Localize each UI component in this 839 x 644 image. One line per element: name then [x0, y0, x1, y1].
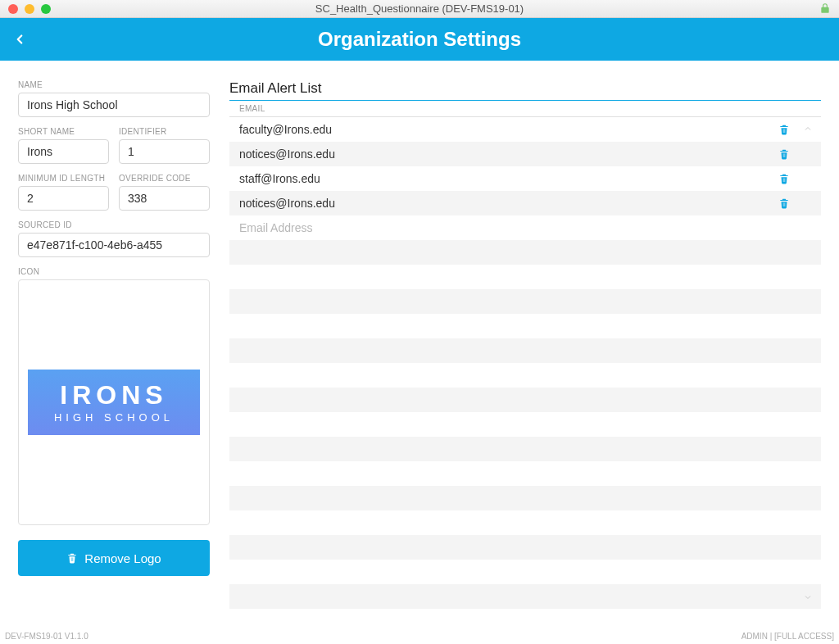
delete-email-button[interactable] — [778, 124, 790, 135]
chevron-left-icon — [12, 28, 27, 51]
email-value: faculty@Irons.edu — [239, 123, 332, 136]
identifier-input[interactable] — [119, 139, 210, 164]
email-row[interactable] — [229, 412, 821, 437]
sourced-id-label: SOURCED ID — [18, 220, 210, 229]
logo-image: IRONS HIGH SCHOOL — [28, 370, 200, 435]
identifier-label: IDENTIFIER — [119, 127, 210, 136]
email-row[interactable]: staff@Irons.edu — [229, 166, 821, 191]
page-title: Organization Settings — [0, 28, 839, 51]
email-row[interactable] — [229, 289, 821, 314]
override-code-label: OVERRIDE CODE — [119, 174, 210, 183]
page-header: Organization Settings — [0, 18, 839, 61]
email-section-title: Email Alert List — [229, 80, 821, 97]
email-row[interactable]: notices@Irons.edu — [229, 191, 821, 215]
email-row[interactable] — [229, 510, 821, 535]
sourced-id-input[interactable] — [18, 233, 210, 257]
trash-icon — [66, 552, 78, 564]
email-row[interactable] — [229, 215, 821, 240]
delete-email-button[interactable] — [778, 148, 790, 160]
logo-text-line2: HIGH SCHOOL — [54, 411, 174, 424]
email-value: notices@Irons.edu — [239, 147, 335, 161]
email-row[interactable] — [229, 486, 821, 510]
override-code-input[interactable] — [119, 186, 210, 211]
status-bar: DEV-FMS19-01 V1.1.0 ADMIN | [FULL ACCESS… — [0, 628, 839, 644]
logo-preview-box[interactable]: IRONS HIGH SCHOOL — [18, 279, 210, 525]
min-id-length-label: MINIMUM ID LENGTH — [18, 174, 109, 183]
email-row[interactable] — [229, 437, 821, 461]
delete-email-button[interactable] — [778, 197, 790, 209]
short-name-label: SHORT NAME — [18, 127, 109, 136]
email-row[interactable]: notices@Irons.edu — [229, 142, 821, 166]
min-id-length-input[interactable] — [18, 186, 109, 211]
email-row[interactable] — [229, 314, 821, 338]
remove-logo-button[interactable]: Remove Logo — [18, 540, 210, 576]
logo-text-line1: IRONS — [60, 382, 167, 408]
scroll-down-icon[interactable] — [803, 592, 813, 602]
name-input[interactable] — [18, 93, 210, 117]
email-row[interactable] — [229, 535, 821, 560]
email-row[interactable] — [229, 265, 821, 289]
back-button[interactable] — [0, 18, 39, 61]
name-label: NAME — [18, 80, 210, 89]
email-list: faculty@Irons.edunotices@Irons.edustaff@… — [229, 117, 821, 609]
delete-email-button[interactable] — [778, 173, 790, 184]
footer-left: DEV-FMS19-01 V1.1.0 — [5, 632, 88, 641]
traffic-lights — [8, 4, 51, 14]
email-row[interactable] — [229, 388, 821, 412]
footer-right: ADMIN | [FULL ACCESS] — [741, 632, 834, 641]
scroll-up-icon[interactable] — [803, 124, 813, 134]
window-title: SC_Health_Questionnaire (DEV-FMS19-01) — [0, 2, 839, 15]
email-row[interactable] — [229, 584, 821, 609]
form-panel: NAME SHORT NAME IDENTIFIER MINIMUM ID LE… — [18, 80, 210, 626]
icon-label: ICON — [18, 267, 210, 276]
email-row[interactable] — [229, 560, 821, 584]
window-titlebar: SC_Health_Questionnaire (DEV-FMS19-01) — [0, 0, 839, 18]
email-row[interactable]: faculty@Irons.edu — [229, 117, 821, 142]
zoom-window-button[interactable] — [41, 4, 51, 14]
remove-logo-label: Remove Logo — [84, 551, 161, 565]
close-window-button[interactable] — [8, 4, 18, 14]
email-column-header: EMAIL — [229, 100, 821, 117]
short-name-input[interactable] — [18, 139, 109, 164]
email-panel: Email Alert List EMAIL faculty@Irons.edu… — [229, 80, 821, 626]
email-row[interactable] — [229, 240, 821, 265]
minimize-window-button[interactable] — [25, 4, 34, 14]
email-value: notices@Irons.edu — [239, 197, 335, 210]
email-value: staff@Irons.edu — [239, 172, 320, 185]
email-row[interactable] — [229, 363, 821, 388]
email-row[interactable] — [229, 461, 821, 486]
email-input[interactable] — [239, 215, 788, 240]
lock-icon — [819, 2, 831, 14]
email-row[interactable] — [229, 338, 821, 363]
